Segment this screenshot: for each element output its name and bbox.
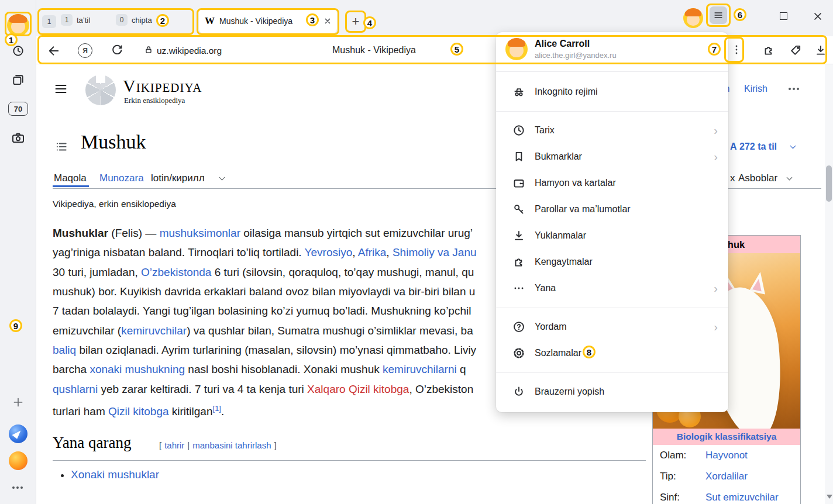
menu-item-label: Yordam bbox=[535, 322, 704, 332]
menu-user[interactable]: Alice Carroll alice.the.girl@yandex.ru bbox=[505, 38, 617, 60]
menu-item-downloads[interactable]: Yuklanmalar bbox=[496, 223, 728, 248]
article-line: yag’riniga nisbatan baland. Tirnoqlari t… bbox=[53, 245, 477, 260]
browser-menu: Alice Carroll alice.the.girl@yandex.ru I… bbox=[496, 32, 728, 412]
infobox-row: Olam: Hayvonot bbox=[653, 445, 800, 466]
pipe: | bbox=[187, 440, 190, 450]
tools-chevron-icon bbox=[787, 175, 793, 181]
tools-fragment: x bbox=[730, 172, 735, 184]
menu-avatar bbox=[505, 38, 528, 60]
chevron-right-icon: › bbox=[714, 321, 718, 333]
callout-3: 3 bbox=[306, 13, 319, 26]
callout-2: 2 bbox=[156, 14, 169, 27]
history-icon bbox=[512, 124, 525, 137]
menu-item-label: Parollar va ma’lumotlar bbox=[535, 204, 718, 215]
tools-menu[interactable]: Asboblar bbox=[738, 172, 777, 184]
article-line: barcha xonaki mushukning nasl boshi hiso… bbox=[53, 362, 466, 377]
key-icon bbox=[512, 203, 525, 216]
menu-item-incognito[interactable]: Inkognito rejimi bbox=[496, 79, 728, 105]
infobox-row: Tip: Xordalilar bbox=[653, 466, 800, 487]
wikipedia-logo[interactable] bbox=[85, 75, 116, 105]
row-label: Tip: bbox=[660, 471, 705, 482]
page-title: Mushuk bbox=[81, 131, 146, 153]
languages-button[interactable]: 272 ta til bbox=[739, 141, 777, 152]
article-line: 30 turi, jumladan, O’zbekistonda 6 turi … bbox=[53, 265, 474, 280]
menu-item-label: Inkognito rejimi bbox=[535, 87, 718, 97]
menu-item-settings[interactable]: Sozlamalar bbox=[496, 340, 728, 366]
wiki-menu-icon[interactable] bbox=[54, 82, 68, 96]
menu-item-extensions[interactable]: Kengaytmalar bbox=[496, 249, 728, 275]
heading-rule bbox=[53, 460, 646, 461]
callout-4: 4 bbox=[363, 16, 376, 29]
see-also-item-link[interactable]: Xonaki mushuklar bbox=[71, 468, 159, 481]
user-name: Alice Carroll bbox=[535, 39, 617, 49]
header-more-icon[interactable] bbox=[789, 88, 799, 90]
active-tab-underline bbox=[53, 185, 89, 187]
menu-item-label: Yana bbox=[535, 283, 704, 294]
wikipedia-tagline: Erkin ensiklopediya bbox=[124, 96, 185, 105]
article-line: baliq bilan oziqlanadi. Ayrim turlarinin… bbox=[53, 343, 476, 358]
chevron-right-icon: › bbox=[714, 282, 718, 294]
variant-chevron-icon bbox=[219, 175, 225, 181]
languages-chevron-icon bbox=[790, 143, 796, 149]
edit-source-link[interactable]: manbasini tahrirlash bbox=[192, 440, 271, 450]
extensions-icon bbox=[512, 256, 525, 268]
row-label: Sinf: bbox=[660, 492, 705, 503]
callout-8: 8 bbox=[583, 346, 596, 358]
scrollbar-track[interactable] bbox=[825, 64, 833, 504]
downloads-icon bbox=[512, 229, 525, 242]
menu-item-passwords[interactable]: Parollar va ma’lumotlar bbox=[496, 196, 728, 222]
scrollbar-thumb[interactable] bbox=[826, 165, 832, 202]
article-line: emizuvchilar (kemiruvchilar) va qushlar … bbox=[53, 323, 473, 339]
bracket: ] bbox=[274, 440, 277, 450]
tab-article[interactable]: Maqola bbox=[54, 172, 87, 184]
row-value-link[interactable]: Xordalilar bbox=[705, 471, 748, 482]
menu-item-help[interactable]: Yordam › bbox=[496, 314, 728, 340]
callout-1: 1 bbox=[5, 33, 18, 46]
settings-gear-icon bbox=[512, 347, 525, 360]
wikipedia-wordmark[interactable]: Vikipediya bbox=[123, 76, 202, 96]
menu-item-more[interactable]: Yana › bbox=[496, 275, 728, 301]
menu-item-bookmarks[interactable]: Bukmarklar › bbox=[496, 144, 728, 170]
menu-item-close-browser[interactable]: Brauzerni yopish bbox=[496, 379, 728, 405]
site-subtitle: Vikipediya, erkin ensiklopediya bbox=[53, 199, 176, 209]
menu-item-label: Tarix bbox=[535, 125, 704, 136]
browser-window: 70 1 1 ta’til 0 chipta W Mushuk - Vikipe… bbox=[0, 0, 833, 504]
menu-item-label: Bukmarklar bbox=[535, 151, 704, 162]
tab-talk[interactable]: Munozara bbox=[99, 172, 144, 184]
callout-9: 9 bbox=[9, 319, 22, 332]
article-line: turlari ham Qizil kitobga kiritilgan[1]. bbox=[53, 401, 224, 419]
wallet-icon bbox=[512, 177, 525, 189]
edit-link[interactable]: tahrir bbox=[164, 440, 184, 450]
variant-selector[interactable]: lotin/кирилл bbox=[151, 172, 205, 184]
bullet bbox=[61, 474, 64, 477]
chevron-right-icon: › bbox=[714, 125, 718, 136]
row-value-link[interactable]: Hayvonot bbox=[705, 450, 748, 461]
contents-list-icon[interactable] bbox=[55, 140, 68, 153]
incognito-icon bbox=[512, 85, 525, 98]
scroll-down-icon[interactable] bbox=[827, 495, 832, 499]
menu-item-label: Hamyon va kartalar bbox=[535, 178, 718, 188]
menu-item-wallet[interactable]: Hamyon va kartalar bbox=[496, 170, 728, 196]
more-icon bbox=[512, 282, 525, 295]
login-link[interactable]: Kirish bbox=[744, 84, 767, 94]
article-line: 7 tadan bolalaydi. Yangi tug’ilgan bolas… bbox=[53, 303, 471, 319]
article-line: qushlarni yeb zarar keltiradi. 7 turi va… bbox=[53, 382, 473, 397]
power-icon bbox=[512, 385, 525, 398]
callout-5: 5 bbox=[450, 43, 463, 56]
row-value-link[interactable]: Sut emizuvchilar bbox=[705, 492, 779, 503]
classification-header[interactable]: Biologik klassifikatsiya bbox=[653, 429, 800, 445]
menu-item-label: Kengaytmalar bbox=[535, 257, 718, 267]
see-also-heading: Yana qarang bbox=[53, 434, 131, 452]
article-line: mushuk) bor. Kuyikish davrida erkaklari … bbox=[53, 284, 475, 299]
edit-section-links: [ tahrir | manbasini tahrirlash ] bbox=[159, 440, 277, 450]
menu-item-label: Yuklanmalar bbox=[535, 230, 718, 241]
article-line: Mushuklar (Felis) — mushuksimonlar oilas… bbox=[53, 226, 473, 241]
callout-7: 7 bbox=[708, 43, 721, 56]
menu-item-history[interactable]: Tarix › bbox=[496, 118, 728, 143]
row-label: Olam: bbox=[660, 450, 705, 461]
menu-item-label: Brauzerni yopish bbox=[535, 386, 718, 397]
chevron-right-icon: › bbox=[714, 151, 718, 163]
language-icon-fragment: A bbox=[730, 141, 737, 152]
user-email: alice.the.girl@yandex.ru bbox=[535, 51, 617, 60]
menu-item-label: Sozlamalar bbox=[535, 348, 718, 358]
